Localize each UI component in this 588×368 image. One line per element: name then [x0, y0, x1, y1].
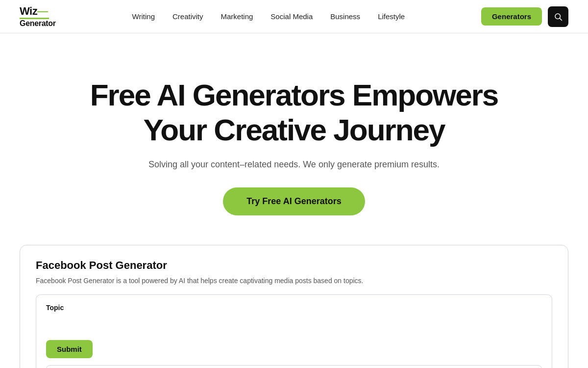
- svg-line-1: [560, 18, 562, 20]
- card-section: Facebook Post Generator Facebook Post Ge…: [0, 245, 588, 368]
- card-description: Facebook Post Generator is a tool powere…: [36, 277, 552, 285]
- submit-button[interactable]: Submit: [46, 340, 93, 358]
- hero-title: Free AI Generators Empowers Your Creativ…: [90, 78, 498, 148]
- nav-creativity[interactable]: Creativity: [172, 12, 203, 21]
- header-actions: Generators: [481, 6, 568, 27]
- facebook-post-card: Facebook Post Generator Facebook Post Ge…: [20, 245, 568, 368]
- hero-section: Free AI Generators Empowers Your Creativ…: [0, 33, 588, 245]
- card-inner-form: Topic Submit AI Result: [36, 294, 552, 368]
- nav-social-media[interactable]: Social Media: [270, 12, 313, 21]
- nav-writing[interactable]: Writing: [132, 12, 155, 21]
- ai-result-box: AI Result: [46, 365, 542, 368]
- nav-marketing[interactable]: Marketing: [221, 12, 253, 21]
- search-button[interactable]: [548, 6, 568, 27]
- main-nav: Writing Creativity Marketing Social Medi…: [132, 12, 405, 21]
- hero-subtitle: Solving all your content–related needs. …: [148, 159, 440, 170]
- topic-input[interactable]: [46, 315, 542, 333]
- search-icon: [554, 12, 563, 21]
- logo-wiz-line: Wiz—: [20, 5, 56, 17]
- logo-wiz-text: Wiz—: [20, 5, 48, 17]
- hero-cta-button[interactable]: Try Free AI Generators: [223, 187, 365, 215]
- generators-button[interactable]: Generators: [481, 7, 542, 26]
- header: Wiz— Generator Writing Creativity Market…: [0, 0, 588, 33]
- logo-generator-text: Generator: [20, 19, 56, 28]
- card-title: Facebook Post Generator: [36, 259, 552, 272]
- nav-lifestyle[interactable]: Lifestyle: [378, 12, 405, 21]
- logo: Wiz— Generator: [20, 5, 56, 28]
- hero-title-line1: Free AI Generators Empowers: [90, 78, 498, 112]
- topic-label: Topic: [46, 304, 542, 312]
- nav-business[interactable]: Business: [330, 12, 360, 21]
- hero-title-line2: Your Creative Journey: [144, 113, 445, 147]
